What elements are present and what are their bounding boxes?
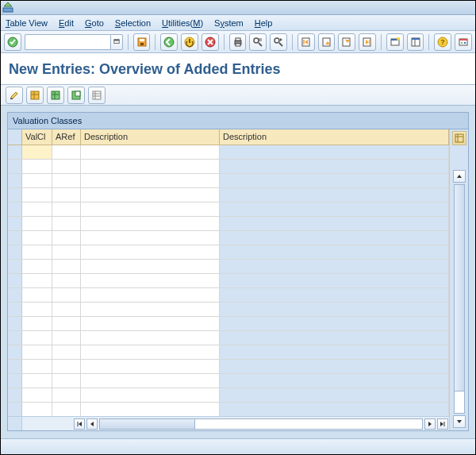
hscroll-thumb[interactable] — [100, 419, 195, 429]
cell-aref[interactable] — [52, 303, 81, 316]
cell-description-1[interactable] — [81, 331, 220, 345]
cell-description-1[interactable] — [81, 360, 220, 373]
cell-valcl[interactable] — [22, 260, 52, 273]
row-selector[interactable] — [8, 245, 22, 259]
row-selector[interactable] — [8, 374, 22, 388]
cell-description-2[interactable] — [220, 188, 449, 202]
row-selector[interactable] — [8, 317, 22, 330]
menu-goto[interactable]: GotoGoto — [85, 18, 104, 28]
table-row[interactable] — [8, 403, 449, 416]
cell-valcl[interactable] — [22, 245, 52, 259]
cell-description-2[interactable] — [220, 202, 449, 216]
cell-description-2[interactable] — [220, 145, 449, 159]
cell-valcl[interactable] — [22, 160, 52, 173]
row-selector[interactable] — [8, 360, 22, 373]
column-description-1[interactable]: Description — [81, 129, 220, 145]
new-session-button[interactable] — [386, 33, 404, 51]
table-row[interactable] — [8, 217, 449, 231]
cell-description-2[interactable] — [220, 360, 449, 373]
find-button[interactable] — [249, 33, 267, 51]
row-selector[interactable] — [8, 231, 22, 245]
row-selector[interactable] — [8, 274, 22, 287]
menu-utilities[interactable]: Utilities(M)Utilities(M) — [162, 18, 203, 28]
cell-description-2[interactable] — [220, 288, 449, 302]
cell-valcl[interactable] — [22, 202, 52, 216]
exit-button[interactable] — [181, 33, 198, 51]
row-selector[interactable] — [8, 160, 22, 173]
table-row[interactable] — [8, 374, 449, 388]
cell-description-1[interactable] — [81, 403, 220, 416]
scroll-last-button[interactable] — [437, 418, 448, 430]
row-selector[interactable] — [8, 331, 22, 345]
command-field[interactable] — [25, 34, 123, 50]
cell-valcl[interactable] — [22, 174, 52, 187]
table-row[interactable] — [8, 188, 449, 202]
cell-aref[interactable] — [52, 403, 81, 416]
change-button[interactable] — [6, 87, 23, 104]
cell-valcl[interactable] — [22, 303, 52, 316]
cell-description-2[interactable] — [220, 403, 449, 416]
row-selector[interactable] — [8, 345, 22, 359]
column-valcl[interactable]: ValCl — [22, 129, 52, 145]
cell-valcl[interactable] — [22, 217, 52, 230]
cell-description-2[interactable] — [220, 174, 449, 187]
back-button[interactable] — [160, 33, 178, 51]
cell-aref[interactable] — [52, 160, 81, 173]
table-row[interactable] — [8, 360, 449, 374]
cell-aref[interactable] — [52, 145, 81, 159]
cell-valcl[interactable] — [22, 374, 52, 388]
configure-button[interactable] — [88, 87, 106, 104]
cell-description-1[interactable] — [81, 174, 220, 187]
table-row[interactable] — [8, 317, 449, 331]
table-row[interactable] — [8, 288, 449, 303]
last-page-button[interactable] — [359, 33, 376, 51]
cell-aref[interactable] — [52, 188, 81, 202]
cell-description-1[interactable] — [81, 160, 220, 173]
grid-settings-button[interactable] — [452, 131, 466, 145]
table-row[interactable] — [8, 174, 449, 188]
cell-valcl[interactable] — [22, 331, 52, 345]
row-selector[interactable] — [8, 145, 22, 159]
scroll-first-button[interactable] — [74, 418, 85, 430]
cell-valcl[interactable] — [22, 145, 52, 159]
column-aref[interactable]: ARef — [52, 129, 81, 145]
select-all-button[interactable] — [26, 87, 44, 104]
cell-aref[interactable] — [52, 231, 81, 245]
cell-description-1[interactable] — [81, 260, 220, 273]
table-row[interactable] — [8, 231, 449, 245]
table-row[interactable] — [8, 303, 449, 317]
cell-description-1[interactable] — [81, 217, 220, 230]
cell-description-1[interactable] — [81, 374, 220, 388]
select-block-button[interactable] — [47, 87, 64, 104]
row-selector-header[interactable] — [8, 129, 22, 145]
cell-description-1[interactable] — [81, 317, 220, 330]
menu-help[interactable]: HelpHelp — [255, 18, 273, 28]
cell-description-1[interactable] — [81, 288, 220, 302]
menu-edit[interactable]: EditEdit — [59, 18, 74, 28]
table-row[interactable] — [8, 160, 449, 174]
cell-aref[interactable] — [52, 374, 81, 388]
cell-description-2[interactable] — [220, 374, 449, 388]
cell-aref[interactable] — [52, 260, 81, 273]
cancel-button[interactable] — [202, 33, 219, 51]
menu-selection[interactable]: SelectionSelection — [115, 18, 151, 28]
cell-aref[interactable] — [52, 331, 81, 345]
cell-description-2[interactable] — [220, 303, 449, 316]
table-row[interactable] — [8, 274, 449, 288]
row-selector[interactable] — [8, 202, 22, 216]
cell-aref[interactable] — [52, 245, 81, 259]
cell-description-2[interactable] — [220, 317, 449, 330]
cell-aref[interactable] — [52, 288, 81, 302]
row-selector[interactable] — [8, 303, 22, 316]
help-button[interactable]: ? — [434, 33, 451, 51]
cell-description-1[interactable] — [81, 245, 220, 259]
cell-description-2[interactable] — [220, 345, 449, 359]
cell-description-2[interactable] — [220, 260, 449, 273]
cell-valcl[interactable] — [22, 345, 52, 359]
save-button[interactable] — [133, 33, 151, 51]
scroll-up-button[interactable] — [453, 170, 466, 183]
cell-description-1[interactable] — [81, 345, 220, 359]
hscroll-track[interactable] — [99, 418, 423, 430]
cell-valcl[interactable] — [22, 388, 52, 402]
cell-description-2[interactable] — [220, 388, 449, 402]
